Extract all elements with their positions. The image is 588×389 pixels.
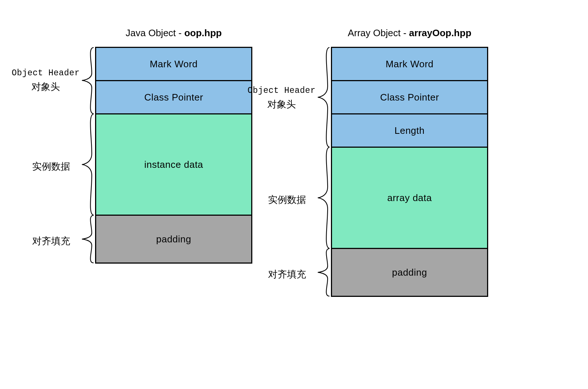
left-brace-data — [81, 113, 94, 216]
right-block-padding: padding — [331, 248, 488, 297]
left-block-mark-word: Mark Word — [95, 47, 252, 81]
left-block-class-pointer: Class Pointer — [95, 80, 252, 114]
left-title-prefix: Java Object - — [126, 27, 184, 38]
right-label-data: 实例数据 — [258, 193, 316, 207]
left-brace-padding — [81, 215, 94, 264]
right-block-class-pointer: Class Pointer — [331, 80, 488, 114]
right-title-bold: arrayOop.hpp — [409, 27, 471, 38]
diagram-canvas: Java Object - oop.hpp Mark Word Class Po… — [0, 0, 588, 389]
right-brace-data — [317, 147, 330, 249]
left-label-data: 实例数据 — [22, 159, 80, 174]
right-block-length: Length — [331, 113, 488, 148]
left-block-padding: padding — [95, 215, 252, 264]
left-title-bold: oop.hpp — [184, 27, 222, 38]
right-title: Array Object - arrayOop.hpp — [331, 27, 488, 39]
right-title-prefix: Array Object - — [348, 27, 409, 38]
left-title: Java Object - oop.hpp — [95, 27, 252, 39]
right-block-array-data: array data — [331, 147, 488, 249]
right-label-header: Object Header 对象头 — [247, 83, 316, 112]
right-label-padding: 对齐填充 — [258, 267, 316, 282]
left-label-header: Object Header 对象头 — [11, 66, 80, 94]
right-brace-padding — [317, 248, 330, 297]
left-brace-header — [81, 47, 94, 114]
left-block-instance-data: instance data — [95, 113, 252, 216]
left-label-padding: 对齐填充 — [22, 234, 80, 248]
right-block-mark-word: Mark Word — [331, 47, 488, 81]
right-brace-header — [317, 47, 330, 148]
